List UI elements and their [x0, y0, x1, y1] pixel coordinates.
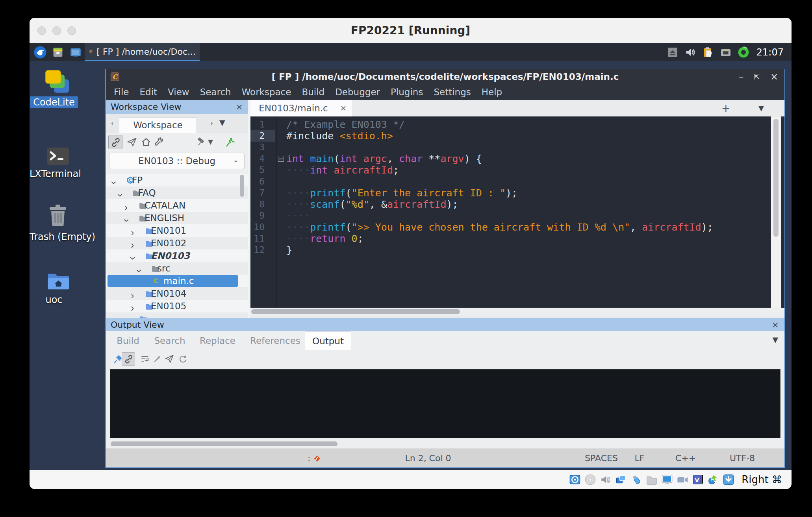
editor-vscrollbar[interactable] [771, 116, 781, 308]
wrench-icon[interactable] [152, 135, 166, 149]
home-icon[interactable] [139, 135, 153, 149]
chevron-right-icon[interactable] [130, 243, 135, 249]
display-icon[interactable] [661, 473, 673, 486]
run-icon[interactable] [223, 135, 237, 149]
chevron-down-icon[interactable] [136, 268, 142, 274]
audio-icon[interactable] [599, 473, 612, 486]
tree-item-partial[interactable] [106, 312, 248, 318]
network-adapters-icon[interactable] [615, 473, 627, 486]
build-dropdown-icon[interactable]: ▼ [208, 138, 213, 146]
new-tab-icon[interactable]: + [721, 100, 730, 116]
output-tab-references[interactable]: References [250, 331, 297, 350]
editor-tab-main-c[interactable]: EN0103/main.c ✕ [250, 100, 352, 116]
tab-list-dropdown-icon[interactable]: ▼ [772, 335, 778, 344]
send-icon[interactable] [163, 352, 176, 366]
restore-icon[interactable]: ⇱ [754, 72, 760, 81]
usb-icon[interactable] [630, 473, 643, 486]
shared-folders-icon[interactable] [645, 473, 658, 486]
status-encoding[interactable]: UTF-8 [715, 449, 770, 468]
mouse-integration-icon[interactable] [707, 473, 719, 486]
menu-settings[interactable]: Settings [434, 87, 471, 97]
tab-scroll-right-icon[interactable] [209, 120, 215, 127]
tab-scroll-left-icon[interactable] [109, 120, 115, 127]
menu-debugger[interactable]: Debugger [335, 87, 380, 97]
browser-icon[interactable] [33, 46, 47, 59]
menu-build[interactable]: Build [302, 87, 324, 97]
tab-list-dropdown-icon[interactable]: ▼ [219, 118, 225, 127]
output-hscrollbar[interactable] [106, 440, 784, 448]
panel-splitter[interactable] [248, 100, 250, 318]
network-icon[interactable] [719, 46, 732, 59]
cd-icon[interactable] [584, 473, 597, 486]
clean-icon[interactable] [150, 352, 164, 366]
tree-item-en0105[interactable]: EN0105 [106, 300, 248, 312]
output-tab-replace[interactable]: Replace [200, 331, 234, 350]
tree-item-catalan[interactable]: CATALAN [106, 199, 248, 212]
file-manager-icon[interactable] [51, 46, 65, 59]
eject-icon[interactable] [666, 46, 679, 59]
scrollbar-thumb[interactable] [773, 119, 779, 237]
pager-icon[interactable] [69, 46, 82, 59]
tree-item-english[interactable]: ENGLISH [106, 212, 248, 224]
tree-scrollbar-thumb[interactable] [240, 175, 244, 197]
status-line-col[interactable]: Ln 2, Col 0 [397, 449, 460, 468]
chevron-right-icon[interactable] [130, 293, 135, 299]
output-tab-build[interactable]: Build [114, 331, 142, 350]
close-icon[interactable]: × [236, 100, 243, 114]
close-icon[interactable]: ✕ [340, 100, 347, 116]
tree-item-src[interactable]: src [106, 262, 248, 275]
build-config-selector[interactable]: EN0103 :: Debug ⌄ [109, 153, 245, 169]
chevron-down-icon[interactable] [117, 192, 123, 198]
tree-item-en0104[interactable]: EN0104 [106, 287, 248, 300]
volume-icon[interactable] [684, 46, 697, 59]
word-wrap-icon[interactable] [138, 352, 152, 366]
menu-help[interactable]: Help [482, 87, 502, 97]
fold-marker-icon[interactable] [278, 156, 284, 162]
scrollbar-thumb[interactable] [251, 309, 460, 314]
tree-item-main-c[interactable]: Cmain.c [106, 275, 248, 287]
close-icon[interactable]: × [772, 318, 779, 332]
menu-file[interactable]: File [114, 87, 129, 97]
link-editor-icon[interactable] [108, 135, 122, 149]
code-editor[interactable]: 1/* Example EN0103 */2#include <stdio.h>… [250, 116, 784, 308]
build-hammer-icon[interactable] [194, 135, 208, 149]
clipboard-icon[interactable] [702, 46, 714, 59]
tab-workspace[interactable]: Workspace [119, 117, 197, 133]
output-tab-search[interactable]: Search [153, 331, 186, 350]
chevron-down-icon[interactable] [123, 218, 129, 223]
status-language[interactable]: C++ [666, 449, 705, 468]
output-console[interactable] [110, 369, 780, 438]
keyboard-capture-icon[interactable] [722, 473, 735, 486]
chevron-down-icon[interactable] [130, 255, 135, 261]
desktop-icon-trash-empty-[interactable] [34, 200, 82, 229]
tree-item-fp[interactable]: CFP [106, 174, 248, 186]
output-tab-output[interactable]: Output [305, 331, 351, 350]
menu-view[interactable]: View [168, 87, 189, 97]
tree-item-en0102[interactable]: EN0102 [106, 237, 248, 249]
desktop-icon-uoc[interactable] [34, 266, 82, 295]
taskbar-window-button[interactable]: C [ FP ] /home/uoc/Doc... [85, 43, 200, 61]
hdd-icon[interactable] [569, 473, 581, 486]
chevron-right-icon[interactable] [130, 306, 135, 312]
recording-icon[interactable] [676, 473, 689, 486]
send-icon[interactable] [125, 135, 139, 149]
desktop-icon-lxterminal[interactable] [34, 141, 82, 170]
menu-search[interactable]: Search [200, 87, 231, 97]
system-monitor-icon[interactable] [737, 46, 750, 59]
close-icon[interactable]: × [770, 71, 778, 82]
chevron-down-icon[interactable] [111, 180, 117, 186]
refresh-icon[interactable] [176, 352, 189, 366]
tree-item-en0103[interactable]: EN0103 [106, 249, 248, 262]
minimize-icon[interactable]: – [739, 71, 743, 82]
chevron-right-icon[interactable] [123, 205, 129, 211]
editor-hscrollbar[interactable] [250, 308, 784, 316]
menu-edit[interactable]: Edit [140, 87, 158, 97]
vm-window-titlebar[interactable]: FP20221 [Running] [30, 18, 792, 43]
scrollbar-thumb[interactable] [111, 441, 337, 446]
git-icon[interactable] [312, 454, 322, 463]
tree-item-faq[interactable]: FAQ [106, 186, 248, 199]
tree-item-en0101[interactable]: EN0101 [106, 224, 248, 237]
codelite-titlebar[interactable]: C [ FP ] /home/uoc/Documents/codelite/wo… [106, 69, 784, 84]
chevron-right-icon[interactable] [130, 230, 135, 236]
menu-workspace[interactable]: Workspace [242, 87, 291, 97]
